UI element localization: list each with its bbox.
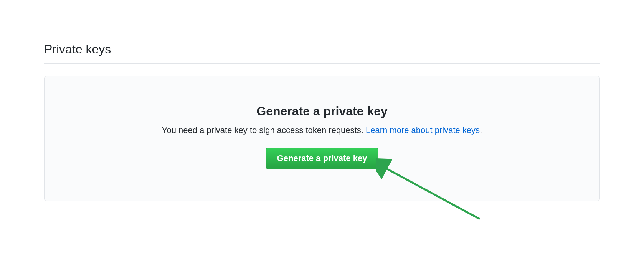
generate-private-key-button[interactable]: Generate a private key [266,148,378,169]
panel-desc-text: You need a private key to sign access to… [162,125,366,135]
section-heading: Private keys [44,42,600,64]
panel-desc-end: . [480,125,482,135]
panel-heading: Generate a private key [60,104,584,118]
generate-key-panel: Generate a private key You need a privat… [44,76,600,201]
learn-more-link[interactable]: Learn more about private keys [366,125,480,135]
panel-description: You need a private key to sign access to… [60,125,584,135]
